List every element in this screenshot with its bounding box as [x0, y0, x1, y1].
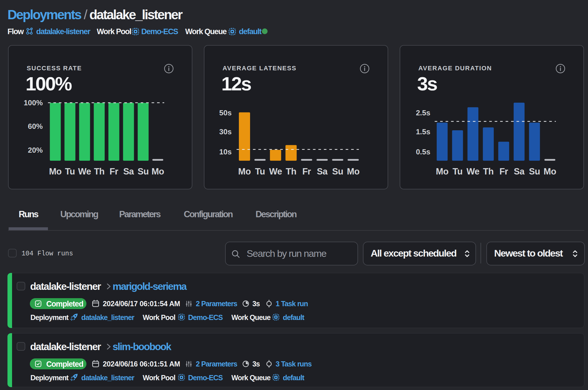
svg-text:Fr: Fr [499, 166, 508, 176]
svg-text:We: We [78, 166, 91, 176]
svg-text:Su: Su [529, 166, 540, 176]
svg-text:Th: Th [483, 166, 494, 176]
svg-text:0.5s: 0.5s [416, 148, 430, 156]
svg-text:Fr: Fr [110, 166, 118, 176]
svg-text:Mo: Mo [347, 166, 359, 176]
svg-text:Tu: Tu [452, 166, 463, 176]
svg-text:Mo: Mo [543, 166, 556, 176]
svg-text:10s: 10s [219, 148, 232, 156]
svg-text:Tu: Tu [65, 166, 75, 176]
svg-text:Fr: Fr [302, 166, 311, 176]
svg-text:60%: 60% [28, 122, 43, 131]
svg-text:Mo: Mo [152, 166, 164, 176]
svg-text:Mo: Mo [436, 166, 448, 176]
svg-text:50s: 50s [219, 108, 232, 117]
svg-text:30s: 30s [219, 127, 232, 136]
svg-text:20%: 20% [28, 146, 43, 154]
svg-text:Mo: Mo [49, 166, 62, 176]
svg-text:Su: Su [332, 166, 343, 176]
svg-text:We: We [467, 166, 479, 176]
svg-text:Su: Su [138, 166, 149, 176]
svg-text:Sa: Sa [123, 166, 134, 176]
svg-text:Th: Th [286, 166, 296, 176]
svg-text:We: We [269, 166, 282, 176]
svg-text:100%: 100% [24, 98, 43, 107]
svg-text:1.5s: 1.5s [416, 127, 430, 136]
svg-text:Mo: Mo [238, 166, 251, 176]
svg-text:Sa: Sa [317, 166, 328, 176]
svg-text:2.5s: 2.5s [416, 108, 430, 117]
svg-text:Sa: Sa [514, 166, 525, 176]
svg-text:Tu: Tu [255, 166, 265, 176]
svg-text:Th: Th [94, 166, 105, 176]
